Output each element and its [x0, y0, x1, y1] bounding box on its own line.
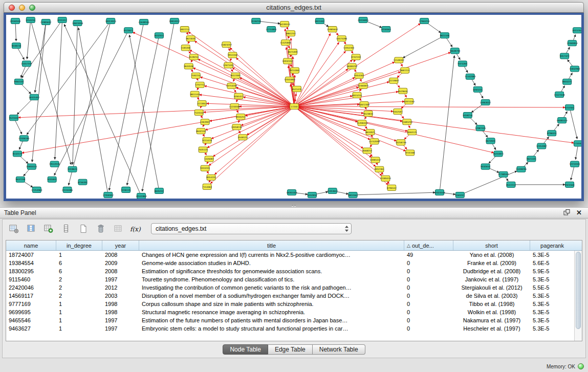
table-cell[interactable]: Jankovic et al. (1997) — [453, 276, 530, 282]
graph-node[interactable]: 21648530 — [138, 19, 149, 25]
graph-node[interactable]: 9342587 — [393, 109, 403, 115]
graph-node[interactable]: 22754801 — [266, 27, 277, 32]
table-cell[interactable]: 5.3E-5 — [530, 252, 574, 258]
table-cell[interactable]: Embryonic stem cells: a model to study s… — [139, 325, 404, 332]
graph-edge[interactable] — [205, 106, 294, 130]
table-cell[interactable]: 2 — [56, 293, 102, 299]
graph-node[interactable]: 21053647 — [327, 188, 338, 193]
graph-node[interactable]: 9634508 — [184, 63, 193, 69]
graph-node[interactable]: 9048216 — [12, 43, 21, 49]
graph-node[interactable]: 9924560 — [565, 182, 575, 187]
table-mode-icon[interactable] — [8, 223, 20, 234]
graph-node[interactable]: 8964103 — [14, 79, 24, 84]
graph-edge[interactable] — [194, 41, 294, 106]
table-cell[interactable]: Yano et al. (2008) — [453, 252, 530, 258]
graph-node[interactable]: 9057423 — [560, 53, 570, 59]
graph-node[interactable]: 9731568 — [405, 150, 415, 156]
graph-node[interactable]: 17963254 — [419, 18, 430, 24]
column-header-year[interactable]: year — [102, 240, 139, 250]
graph-edge[interactable] — [294, 106, 406, 151]
table-cell[interactable]: 9777169 — [6, 301, 56, 307]
graph-node[interactable]: 19324508 — [434, 189, 445, 195]
table-selector-combobox[interactable]: citations_edges.txt — [151, 223, 352, 234]
table-cell[interactable]: 0 — [404, 285, 453, 291]
graph-node[interactable]: 17735910 — [573, 141, 581, 146]
table-cell[interactable]: 2008 — [102, 268, 139, 274]
table-cell[interactable]: 5.3E-5 — [530, 293, 574, 299]
graph-node[interactable]: 7635120 — [198, 147, 208, 152]
graph-node[interactable]: 9032654 — [481, 164, 490, 169]
table-cell[interactable]: 0 — [404, 260, 453, 266]
graph-node[interactable]: 7154063 — [202, 184, 212, 189]
graph-node[interactable]: 11542083 — [465, 74, 476, 79]
new-table-icon[interactable] — [77, 223, 90, 234]
table-cell[interactable]: 5.6E-5 — [530, 260, 574, 266]
graph-node[interactable]: 8635247 — [155, 188, 164, 193]
graph-node[interactable]: 2273951 — [197, 100, 207, 106]
graph-node[interactable]: 1807214 — [180, 27, 189, 32]
table-cell[interactable]: 0 — [404, 268, 453, 274]
graph-node[interactable]: 19624058 — [72, 20, 83, 26]
table-cell[interactable]: 2012 — [102, 285, 139, 291]
graph-node[interactable]: 11768542 — [498, 171, 509, 177]
graph-edge[interactable] — [127, 35, 159, 185]
graph-node[interactable]: 9057361 — [375, 166, 384, 172]
graph-edge[interactable] — [210, 106, 294, 184]
graph-edge[interactable] — [294, 69, 348, 106]
splitter-grip[interactable] — [291, 204, 296, 207]
graph-edge[interactable] — [133, 32, 294, 106]
graph-edge[interactable] — [27, 21, 111, 135]
table-cell[interactable]: 2009 — [102, 260, 139, 266]
graph-node[interactable]: 7592254 — [191, 73, 201, 78]
graph-edge[interactable] — [294, 106, 363, 148]
graph-node[interactable]: 8824563 — [348, 192, 358, 198]
graph-node[interactable]: 19853012 — [169, 18, 180, 24]
graph-node[interactable]: 8054231 — [206, 174, 216, 180]
graph-edge[interactable] — [294, 52, 450, 106]
graph-node[interactable]: 8632150 — [196, 128, 206, 134]
graph-node[interactable]: 8673920 — [486, 138, 495, 144]
table-cell[interactable]: 1 — [56, 252, 102, 258]
graph-node[interactable]: 16648794 — [449, 48, 461, 54]
table-cell[interactable]: 0 — [404, 276, 453, 282]
table-cell[interactable]: 9463627 — [6, 325, 56, 332]
table-cell[interactable]: 1997 — [102, 325, 139, 332]
graph-edge[interactable] — [294, 106, 565, 107]
graph-node[interactable]: 8796024 — [547, 130, 557, 136]
graph-edge[interactable] — [294, 106, 372, 158]
graph-node[interactable]: 8315764 — [573, 28, 581, 33]
float-panel-icon[interactable] — [563, 208, 570, 217]
graph-node[interactable]: 10475286 — [336, 36, 347, 41]
graph-node[interactable]: 25985632 — [40, 19, 52, 25]
import-table-icon[interactable] — [112, 223, 124, 234]
graph-node[interactable]: 9674035 — [186, 36, 195, 41]
show-columns-icon[interactable] — [25, 223, 37, 234]
table-cell[interactable]: Nakamura et al. (1997) — [453, 317, 530, 323]
graph-node[interactable]: 8265431 — [473, 86, 483, 92]
table-cell[interactable]: Wolkin et al. (1998) — [453, 309, 530, 315]
graph-node[interactable]: 1463901 — [200, 119, 210, 125]
graph-edge[interactable] — [294, 106, 393, 112]
graph-node[interactable]: 9687215 — [400, 68, 410, 73]
zoom-window-icon[interactable] — [29, 5, 35, 11]
table-cell[interactable]: 0 — [404, 293, 453, 299]
graph-node[interactable]: 9246135 — [121, 187, 131, 192]
graph-node[interactable]: 15963027 — [480, 99, 491, 105]
graph-node[interactable]: 9205841 — [47, 177, 57, 182]
table-cell[interactable]: 22420046 — [6, 285, 56, 291]
table-cell[interactable]: 5.3E-5 — [530, 309, 574, 315]
function-builder-icon[interactable]: f(x) — [129, 223, 142, 234]
table-cell[interactable]: 6 — [56, 268, 102, 274]
graph-edge[interactable] — [78, 28, 108, 195]
table-cell[interactable]: 5.9E-5 — [530, 268, 574, 274]
graph-node[interactable]: 15842960 — [569, 66, 580, 72]
table-cell[interactable]: 5.3E-5 — [530, 317, 574, 323]
graph-node[interactable]: 16254871 — [493, 151, 504, 157]
graph-edge[interactable] — [236, 87, 294, 106]
graph-node[interactable]: 20893415 — [26, 164, 37, 169]
graph-node[interactable]: 8821506 — [440, 33, 450, 38]
graph-node[interactable]: 10672348 — [359, 101, 370, 107]
graph-node[interactable]: 10358742 — [231, 124, 243, 130]
graph-edge[interactable] — [35, 22, 46, 93]
table-row[interactable]: 1456911722003Disruption of a novel membe… — [6, 292, 574, 300]
